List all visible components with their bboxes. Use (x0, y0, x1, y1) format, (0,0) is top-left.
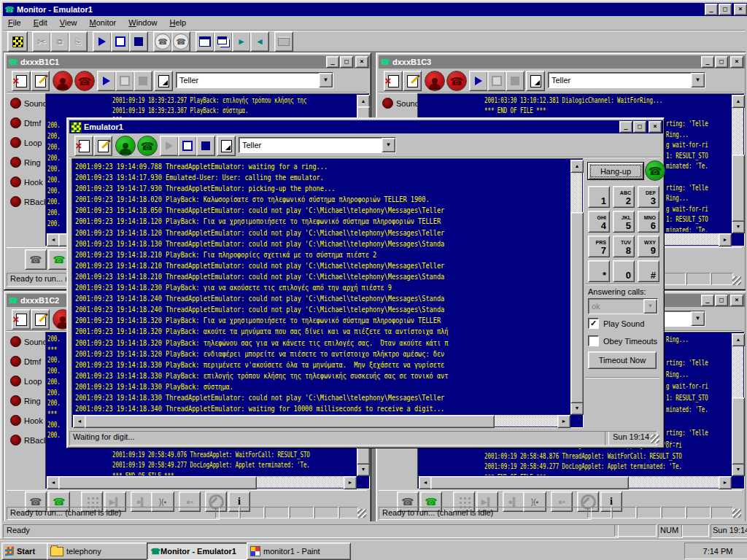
maximize-button[interactable]: □ (633, 121, 646, 133)
resize-grip[interactable] (357, 509, 366, 518)
keypad-key-5[interactable]: JKL5 (613, 211, 635, 233)
obey-timeouts-checkbox[interactable]: Obey Timeouts (588, 335, 657, 346)
paste-button[interactable]: ⎘ (69, 31, 88, 52)
run-channel-button[interactable] (469, 71, 488, 91)
cascade-windows-button[interactable] (214, 31, 233, 52)
horizontal-scrollbar[interactable]: ◄ ► (73, 415, 570, 427)
keypad-key-star[interactable]: * (588, 260, 610, 282)
stop-channel-button[interactable] (115, 71, 134, 91)
vertical-scrollbar[interactable]: ▲ ▼ (732, 95, 743, 233)
edit-log-button[interactable] (93, 136, 112, 156)
checkbox-unchecked-icon[interactable] (588, 335, 599, 346)
tray-clock[interactable]: 7:14 PM (703, 547, 733, 556)
keypad-key-hash[interactable]: # (638, 260, 659, 282)
edit-log-button[interactable] (403, 71, 422, 91)
minimize-button[interactable]: _ (701, 295, 714, 306)
applet-combo[interactable]: Teller ▼ (548, 72, 705, 88)
applet-button[interactable] (7, 31, 28, 52)
scroll-down-icon[interactable]: ▼ (357, 463, 370, 476)
keypad-key-3[interactable]: DEF3 (638, 186, 659, 208)
keypad-key-7[interactable]: PRS7 (588, 236, 610, 257)
clear-log-button[interactable]: × (384, 71, 403, 91)
menu-view[interactable]: View (55, 16, 82, 29)
main-titlebar[interactable]: ☎ Monitor - Emulator1 _ □ × (3, 3, 747, 16)
maximize-button[interactable]: □ (340, 56, 353, 68)
close-button[interactable]: × (355, 56, 368, 68)
keypad-key-9[interactable]: WXY9 (638, 236, 659, 257)
combo-dropdown-icon[interactable]: ▼ (691, 311, 705, 326)
user-state-icon[interactable] (425, 71, 445, 91)
edit-log-button[interactable] (31, 71, 50, 91)
start-button[interactable]: Start (1, 542, 50, 560)
scroll-right-icon[interactable]: ► (344, 476, 357, 489)
titlebar[interactable]: Emulator1 _ □ × (69, 120, 663, 133)
menu-help[interactable]: Help (165, 16, 192, 29)
vertical-scrollbar[interactable]: ▲ ▼ (732, 333, 743, 476)
menu-file[interactable]: File (3, 16, 26, 29)
properties-button[interactable] (154, 71, 173, 91)
close-button[interactable]: × (730, 56, 743, 68)
clear-log-button[interactable]: × (12, 71, 31, 91)
horizontal-scrollbar[interactable]: ◄ ► (47, 476, 357, 488)
user-state-icon[interactable] (115, 136, 136, 156)
hangup-button[interactable]: Hang-up (588, 163, 643, 179)
edit-log-button[interactable] (31, 309, 50, 330)
keypad-key-8[interactable]: TUV8 (613, 236, 635, 257)
scroll-right-icon[interactable]: ► (557, 415, 570, 428)
combo-dropdown-icon[interactable]: ▼ (691, 73, 705, 88)
vertical-scrollbar[interactable]: ▲ ▼ (570, 160, 582, 415)
applet-combo[interactable]: Teller ▼ (176, 72, 333, 88)
scroll-up-icon[interactable]: ▲ (732, 95, 745, 108)
minimize-button[interactable]: _ (619, 121, 632, 133)
minimize-button[interactable]: _ (701, 56, 714, 68)
keypad-key-6[interactable]: MNO6 (638, 211, 659, 233)
clear-log-button[interactable]: × (12, 309, 31, 330)
pickup-all-button[interactable]: ☎ (153, 31, 172, 52)
minimize-button[interactable]: _ (705, 4, 718, 15)
clear-log-button[interactable]: × (74, 136, 93, 156)
phone-state-icon[interactable]: ☎ (446, 71, 467, 91)
close-button[interactable]: × (649, 121, 662, 133)
stop-button[interactable] (111, 31, 130, 52)
keypad-key-1[interactable]: 1 (588, 186, 610, 208)
keypad-key-0[interactable]: 0 (613, 260, 635, 282)
cut-button[interactable]: ✂ (32, 31, 51, 52)
print-button[interactable] (274, 31, 293, 52)
close-button[interactable]: × (730, 295, 743, 306)
menu-monitor[interactable]: Monitor (85, 16, 122, 29)
taskbar-item-telephony[interactable]: telephony (47, 542, 151, 560)
phone-state-icon[interactable]: ☎ (137, 136, 158, 156)
halt-channel-button[interactable] (196, 136, 215, 156)
combo-dropdown-icon[interactable]: ▼ (319, 73, 333, 88)
minimize-button[interactable]: _ (326, 56, 339, 68)
user-state-icon[interactable] (53, 71, 73, 91)
run-button[interactable] (93, 31, 112, 52)
properties-button[interactable] (217, 136, 236, 156)
keypad-key-4[interactable]: GHI4 (588, 211, 610, 233)
maximize-button[interactable]: □ (719, 4, 732, 15)
phone-state-icon[interactable]: ☎ (74, 71, 95, 91)
menu-edit[interactable]: Edit (28, 16, 53, 29)
stop-channel-button[interactable] (178, 136, 197, 156)
keypad-key-2[interactable]: ABC2 (613, 186, 635, 208)
taskbar-item-monitor[interactable]: ☎ Monitor - Emulator1 (147, 542, 251, 560)
scroll-right-icon[interactable]: ► (719, 233, 732, 246)
play-sound-checkbox[interactable]: ✓ Play Sound (588, 318, 644, 329)
maximize-button[interactable]: □ (715, 56, 728, 68)
next-window-button[interactable]: ► (232, 31, 251, 52)
onhook-button[interactable]: ☎ (25, 249, 47, 270)
halt-channel-button[interactable] (506, 71, 525, 91)
titlebar[interactable]: ☎ dxxxB1C3 _ □ × (379, 55, 745, 69)
halt-button[interactable] (129, 31, 148, 52)
scroll-down-icon[interactable]: ▼ (570, 402, 584, 415)
combo-dropdown-icon[interactable]: ▼ (382, 138, 395, 152)
scroll-right-icon[interactable]: ► (719, 476, 732, 489)
scroll-down-icon[interactable]: ▼ (732, 220, 745, 233)
properties-button[interactable] (526, 71, 545, 91)
halt-channel-button[interactable] (133, 71, 152, 91)
scroll-up-icon[interactable]: ▲ (570, 160, 584, 173)
prev-window-button[interactable]: ◄ (250, 31, 269, 52)
taskbar-item-paint[interactable]: monitor1 - Paint (247, 542, 351, 560)
hangup-all-button[interactable]: ☎ (171, 31, 190, 52)
applet-combo[interactable]: Teller ▼ (239, 137, 396, 153)
